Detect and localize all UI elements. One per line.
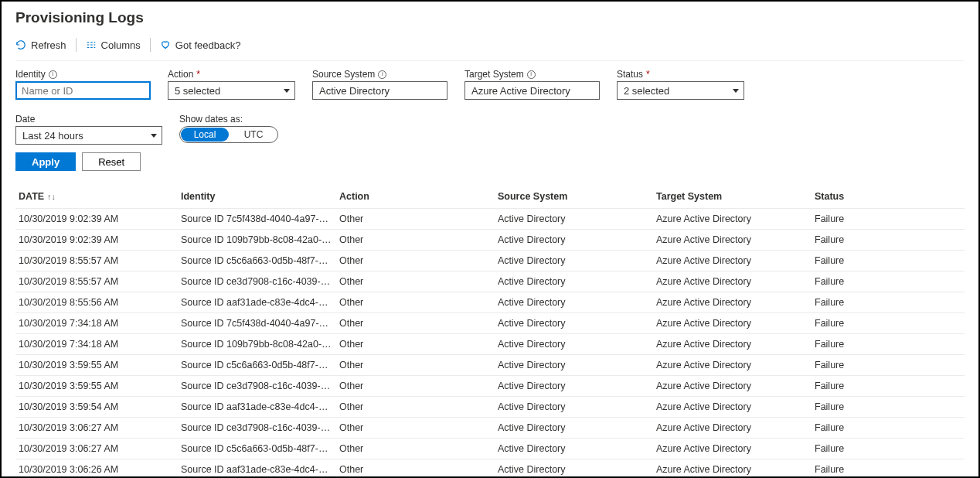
col-status[interactable]: Status	[812, 185, 965, 209]
source-system-label: Source Systemi	[312, 69, 447, 80]
cell-action: Other	[336, 209, 495, 230]
cell-target: Azure Active Directory	[653, 230, 812, 251]
cell-target: Azure Active Directory	[653, 292, 812, 313]
table-row[interactable]: 10/30/2019 8:55:57 AMSource ID c5c6a663-…	[15, 251, 965, 271]
cell-target: Azure Active Directory	[653, 397, 812, 418]
cell-status: Failure	[812, 397, 965, 418]
cell-status: Failure	[812, 292, 965, 313]
cell-source: Active Directory	[495, 418, 653, 439]
action-dropdown[interactable]: 5 selected	[168, 81, 295, 100]
cell-identity: Source ID aaf31ade-c83e-4dc4-878c-da25	[178, 397, 336, 418]
cell-target: Azure Active Directory	[653, 459, 812, 479]
refresh-button[interactable]: Refresh	[15, 37, 76, 53]
cell-date: 10/30/2019 9:02:39 AM	[15, 230, 178, 251]
cell-target: Azure Active Directory	[653, 439, 812, 459]
cell-status: Failure	[812, 376, 965, 397]
table-row[interactable]: 10/30/2019 3:06:26 AMSource ID aaf31ade-…	[15, 459, 965, 479]
toggle-utc[interactable]: UTC	[230, 127, 277, 142]
cell-action: Other	[336, 313, 495, 334]
cell-status: Failure	[812, 355, 965, 376]
info-icon: i	[527, 70, 536, 79]
col-target[interactable]: Target System	[653, 185, 812, 209]
page-title: Provisioning Logs	[15, 9, 965, 26]
cell-target: Azure Active Directory	[653, 251, 812, 271]
cell-status: Failure	[812, 418, 965, 439]
cell-status: Failure	[812, 313, 965, 334]
table-row[interactable]: 10/30/2019 9:02:39 AMSource ID 109b79bb-…	[15, 230, 965, 251]
cell-status: Failure	[812, 334, 965, 355]
date-label: Date	[15, 114, 162, 125]
status-dropdown[interactable]: 2 selected	[617, 81, 744, 100]
table-row[interactable]: 10/30/2019 3:59:55 AMSource ID ce3d7908-…	[15, 376, 965, 397]
heart-icon	[160, 39, 171, 50]
cell-source: Active Directory	[495, 313, 653, 334]
cell-identity: Source ID ce3d7908-c16c-4039-a346-b72	[178, 376, 336, 397]
identity-label: Identityi	[15, 69, 151, 80]
cell-action: Other	[336, 251, 495, 271]
chevron-down-icon	[284, 89, 290, 93]
col-source[interactable]: Source System	[495, 185, 653, 209]
show-dates-label: Show dates as:	[179, 114, 278, 125]
cell-identity: Source ID 7c5f438d-4040-4a97-8a45-9d6	[178, 313, 336, 334]
col-action[interactable]: Action	[336, 185, 495, 209]
info-icon: i	[378, 70, 386, 79]
cell-action: Other	[336, 334, 495, 355]
cell-target: Azure Active Directory	[653, 376, 812, 397]
filter-bar: Identityi Action * 5 selected Source Sys…	[15, 69, 965, 145]
cell-source: Active Directory	[495, 209, 653, 230]
cell-source: Active Directory	[495, 334, 653, 355]
apply-button[interactable]: Apply	[15, 152, 76, 171]
table-row[interactable]: 10/30/2019 3:59:54 AMSource ID aaf31ade-…	[15, 397, 965, 418]
cell-identity: Source ID 7c5f438d-4040-4a97-8a45-9d6	[178, 209, 336, 230]
col-identity[interactable]: Identity	[178, 185, 336, 209]
chevron-down-icon	[733, 89, 739, 93]
action-label: Action *	[168, 69, 295, 80]
table-row[interactable]: 10/30/2019 9:02:39 AMSource ID 7c5f438d-…	[15, 209, 965, 230]
source-system-dropdown[interactable]: Active Directory	[312, 81, 447, 100]
cell-date: 10/30/2019 3:59:55 AM	[15, 376, 178, 397]
table-row[interactable]: 10/30/2019 7:34:18 AMSource ID 7c5f438d-…	[15, 313, 965, 334]
cell-identity: Source ID aaf31ade-c83e-4dc4-878c-da25	[178, 459, 336, 479]
cell-identity: Source ID c5c6a663-0d5b-48f7-b1d7-ec4	[178, 355, 336, 376]
cell-status: Failure	[812, 230, 965, 251]
refresh-icon	[15, 39, 26, 50]
table-row[interactable]: 10/30/2019 3:06:27 AMSource ID ce3d7908-…	[15, 418, 965, 439]
table-row[interactable]: 10/30/2019 8:55:56 AMSource ID aaf31ade-…	[15, 292, 965, 313]
cell-source: Active Directory	[495, 376, 653, 397]
cell-action: Other	[336, 418, 495, 439]
cell-action: Other	[336, 230, 495, 251]
columns-icon	[86, 39, 97, 50]
cell-status: Failure	[812, 209, 965, 230]
identity-input[interactable]	[15, 81, 151, 100]
show-dates-toggle[interactable]: Local UTC	[179, 126, 278, 143]
cell-source: Active Directory	[495, 230, 653, 251]
date-dropdown[interactable]: Last 24 hours	[15, 126, 162, 145]
table-row[interactable]: 10/30/2019 3:59:55 AMSource ID c5c6a663-…	[15, 355, 965, 376]
cell-date: 10/30/2019 3:59:54 AM	[15, 397, 178, 418]
toggle-local[interactable]: Local	[181, 128, 229, 142]
cell-source: Active Directory	[495, 271, 653, 292]
target-system-dropdown[interactable]: Azure Active Directory	[464, 81, 600, 100]
cell-date: 10/30/2019 8:55:57 AM	[15, 271, 178, 292]
cell-source: Active Directory	[495, 251, 653, 271]
cell-date: 10/30/2019 7:34:18 AM	[15, 313, 178, 334]
reset-button[interactable]: Reset	[82, 152, 141, 171]
cell-identity: Source ID c5c6a663-0d5b-48f7-b1d7-ec4	[178, 439, 336, 459]
logs-table: DATE↑↓ Identity Action Source System Tar…	[15, 185, 965, 478]
table-row[interactable]: 10/30/2019 8:55:57 AMSource ID ce3d7908-…	[15, 271, 965, 292]
sort-icon: ↑↓	[47, 192, 56, 201]
columns-button[interactable]: Columns	[77, 37, 150, 53]
col-date[interactable]: DATE↑↓	[15, 185, 178, 209]
cell-target: Azure Active Directory	[653, 334, 812, 355]
table-row[interactable]: 10/30/2019 3:06:27 AMSource ID c5c6a663-…	[15, 439, 965, 459]
table-row[interactable]: 10/30/2019 7:34:18 AMSource ID 109b79bb-…	[15, 334, 965, 355]
cell-identity: Source ID ce3d7908-c16c-4039-a346-b72	[178, 418, 336, 439]
cell-identity: Source ID ce3d7908-c16c-4039-a346-b72	[178, 271, 336, 292]
status-label: Status *	[617, 69, 744, 80]
cell-action: Other	[336, 271, 495, 292]
chevron-down-icon	[151, 134, 157, 138]
feedback-button[interactable]: Got feedback?	[151, 37, 250, 53]
cell-source: Active Directory	[495, 439, 653, 459]
cell-target: Azure Active Directory	[653, 271, 812, 292]
cell-action: Other	[336, 397, 495, 418]
